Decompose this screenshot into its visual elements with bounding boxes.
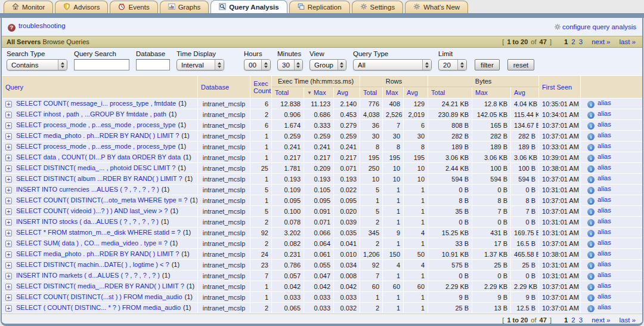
alias-link[interactable]: alias — [597, 196, 611, 203]
info-icon[interactable]: i — [587, 251, 595, 259]
info-icon[interactable]: i — [587, 230, 595, 237]
alias-link[interactable]: alias — [597, 260, 611, 267]
query-link[interactable]: SELECT COUNT( videoid )...? ) ) AND last… — [16, 207, 168, 214]
expand-query-button[interactable]: + — [5, 284, 12, 290]
column-header-time-avg[interactable]: Avg — [334, 87, 360, 99]
query-link[interactable]: SELECT process_mode , p...ess_mode , pro… — [16, 121, 176, 128]
query-link[interactable]: INSERT INTO stocks ( da...ALUES ( ? , ? … — [16, 218, 159, 225]
alias-link[interactable]: alias — [597, 239, 611, 246]
tab-advisors[interactable]: Advisors — [55, 1, 108, 13]
alias-link[interactable]: alias — [597, 131, 611, 139]
alias-link[interactable]: alias — [597, 142, 611, 149]
alias-link[interactable]: alias — [597, 250, 611, 257]
query-link[interactable]: SELECT DISTINCT( album ...RDER BY RAND( … — [16, 175, 182, 182]
alias-link[interactable]: alias — [597, 303, 611, 310]
last-page-link[interactable]: last » — [620, 38, 636, 45]
query-link[interactable]: SELECT COUNT( DISTINCT(...oto_meta WHERE… — [16, 196, 187, 204]
info-icon[interactable]: i — [587, 176, 595, 183]
query-link[interactable]: SELECT * FROM statmon_m...e_disk WHERE s… — [16, 229, 181, 236]
column-header-query[interactable]: Query — [2, 76, 198, 99]
info-icon[interactable]: i — [587, 241, 595, 248]
page-2-link[interactable]: 2 — [571, 38, 575, 45]
alias-link[interactable]: alias — [597, 110, 611, 117]
minutes-select[interactable]: 30 — [277, 59, 303, 70]
column-header-bytes-avg[interactable]: Avg — [511, 87, 539, 99]
tab-query-analysis[interactable]: Query Analysis — [210, 0, 287, 13]
column-header-first-seen[interactable]: First Seen — [539, 76, 581, 99]
alias-link[interactable]: alias — [597, 121, 611, 128]
alias-link[interactable]: alias — [597, 293, 611, 300]
info-icon[interactable]: i — [587, 133, 595, 140]
alias-link[interactable]: alias — [597, 271, 611, 278]
column-header-bytes-max[interactable]: Max — [472, 87, 511, 99]
page-3-link[interactable]: 3 — [579, 316, 583, 324]
query-link[interactable]: SELECT DISTINCT( media_...RDER BY RAND( … — [16, 282, 184, 290]
expand-query-button[interactable]: + — [5, 144, 12, 150]
tab-graphs[interactable]: Graphs — [160, 1, 209, 13]
page-3-link[interactable]: 3 — [579, 38, 583, 45]
page-2-link[interactable]: 2 — [571, 316, 575, 324]
expand-query-button[interactable]: + — [5, 219, 12, 226]
query-search-input[interactable] — [74, 59, 129, 70]
tab-whats-new[interactable]: What's New — [405, 1, 468, 13]
filter-button[interactable]: filter — [475, 59, 500, 70]
column-header-rows-total[interactable]: Total — [360, 87, 383, 99]
info-icon[interactable]: i — [587, 284, 595, 291]
column-header-rows-avg[interactable]: Avg — [404, 87, 428, 99]
search-type-select[interactable]: Contains — [7, 59, 67, 70]
info-icon[interactable]: i — [587, 198, 595, 205]
info-icon[interactable]: i — [587, 165, 595, 173]
query-link[interactable]: INSERT INTO currencies ...ALUES ( ? , ? … — [16, 186, 159, 193]
alias-link[interactable]: alias — [597, 207, 611, 214]
column-header-exec-count[interactable]: Exec Count — [250, 76, 272, 99]
alias-link[interactable]: alias — [597, 164, 611, 171]
time-display-select[interactable]: Interval — [177, 59, 224, 70]
next-page-link[interactable]: next » — [592, 38, 610, 45]
column-header-database[interactable]: Database — [198, 76, 250, 99]
column-header-bytes-total[interactable]: Total — [428, 87, 472, 99]
info-icon[interactable]: i — [587, 144, 595, 151]
query-link[interactable]: SELECT process_mode , p...ess_mode , pro… — [16, 143, 176, 150]
expand-query-button[interactable]: + — [5, 165, 12, 172]
alias-link[interactable]: alias — [597, 174, 611, 182]
expand-query-button[interactable]: + — [5, 230, 12, 236]
alias-link[interactable]: alias — [597, 153, 611, 160]
expand-query-button[interactable]: + — [5, 155, 12, 161]
expand-query-button[interactable]: + — [5, 122, 12, 129]
tab-monitor[interactable]: Monitor — [4, 1, 53, 13]
hours-select[interactable]: 00 — [244, 59, 271, 70]
expand-query-button[interactable]: + — [5, 101, 12, 107]
expand-query-button[interactable]: + — [5, 176, 12, 183]
expand-query-button[interactable]: + — [5, 198, 12, 204]
expand-query-button[interactable]: + — [5, 241, 12, 247]
query-link[interactable]: SELECT inhost , path , ...GROUP BY fmtda… — [16, 110, 166, 118]
reset-button[interactable]: reset — [507, 59, 535, 70]
query-link[interactable]: INSERT INTO markets ( d...ALUES ( ? , ? … — [16, 272, 160, 279]
query-link[interactable]: SELECT media_photo . ph...RDER BY RAND( … — [16, 250, 179, 257]
query-link[interactable]: SELECT COUNT( message_i... process_type … — [16, 100, 176, 107]
query-link[interactable]: SELECT media_photo . ph...RDER BY RAND( … — [16, 132, 179, 139]
alias-link[interactable]: alias — [597, 228, 611, 235]
alias-link[interactable]: alias — [597, 185, 611, 192]
expand-query-button[interactable]: + — [5, 133, 12, 140]
expand-query-button[interactable]: + — [5, 187, 12, 193]
query-link[interactable]: SELECT ( COUNT( DISTINC... * ? ) FROM me… — [16, 304, 181, 311]
info-icon[interactable]: i — [587, 187, 595, 194]
column-header-rows-max[interactable]: Max — [383, 87, 404, 99]
query-type-select[interactable]: All — [353, 59, 432, 70]
view-select[interactable]: Group — [309, 59, 346, 70]
expand-query-button[interactable]: + — [5, 208, 12, 215]
configure-query-analysis-link[interactable]: configure query analysis — [554, 23, 636, 30]
alias-link[interactable]: alias — [597, 99, 611, 106]
query-link[interactable]: SELECT DISTINCT( media_... , photoid DES… — [16, 164, 175, 171]
info-icon[interactable]: i — [587, 122, 595, 130]
info-icon[interactable]: i — [587, 101, 595, 108]
info-icon[interactable]: i — [587, 305, 595, 312]
column-header-time-total[interactable]: Total — [272, 87, 304, 99]
expand-query-button[interactable]: + — [5, 262, 12, 269]
last-page-link[interactable]: last » — [620, 316, 636, 324]
column-header-time-max[interactable]: ▼Max — [304, 87, 334, 99]
query-link[interactable]: SELECT data , COUNT( DI...P BY data ORDE… — [16, 153, 181, 161]
expand-query-button[interactable]: + — [5, 273, 12, 279]
expand-query-button[interactable]: + — [5, 294, 12, 301]
